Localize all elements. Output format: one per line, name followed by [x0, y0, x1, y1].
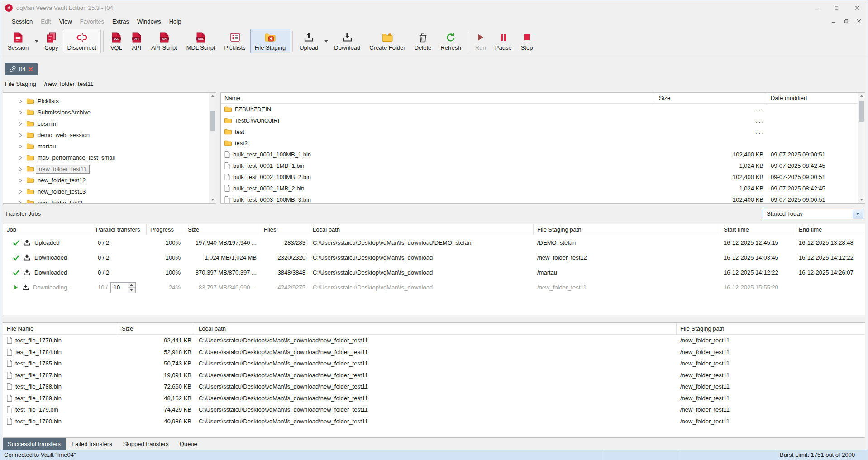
file-row[interactable]: bulk_test_0002_1MB_2.bin1,024 KB09-07-20…: [221, 183, 858, 194]
session-tab-close-icon[interactable]: [29, 67, 33, 71]
create-folder-button[interactable]: Create Folder: [365, 29, 410, 53]
mdi-minimize-button[interactable]: [831, 18, 836, 25]
column-header-size[interactable]: Size: [118, 323, 195, 334]
transfer-file-row[interactable]: test_file_1784.bin52,918 KBC:\Users\ssta…: [3, 346, 865, 358]
tree-item-submissionsarchive[interactable]: SubmissionsArchive: [3, 107, 209, 118]
tree-rename-input[interactable]: new_folder_test11: [36, 165, 90, 174]
file-row[interactable]: bulk_test_0002_100MB_2.bin102,400 KB09-0…: [221, 171, 858, 183]
tree-item-demo-web-session[interactable]: demo_web_session: [3, 129, 209, 141]
window-minimize-button[interactable]: [806, 0, 827, 15]
column-header-progress[interactable]: Progress: [147, 224, 184, 235]
session-tab-04[interactable]: 04: [5, 63, 38, 75]
mdl-script-button[interactable]: MDLMDL Script: [182, 29, 220, 53]
session-button[interactable]: Session: [3, 29, 33, 53]
tree-item-new-folder-test11[interactable]: new_folder_test11: [3, 163, 209, 175]
column-header-name[interactable]: Name: [221, 93, 655, 103]
transfer-file-row[interactable]: test_file_1779.bin92,441 KBC:\Users\ssta…: [3, 335, 865, 346]
menu-view[interactable]: View: [55, 17, 76, 26]
tree-scrollbar[interactable]: [209, 93, 216, 203]
scroll-down-icon[interactable]: [858, 196, 865, 203]
column-header-local-path[interactable]: Local path: [309, 224, 534, 235]
tree-item-picklists[interactable]: Picklists: [3, 95, 209, 107]
tab-queue[interactable]: Queue: [175, 438, 202, 450]
tree-item-new-folder-test13[interactable]: new_folder_test13: [3, 186, 209, 197]
scroll-up-icon[interactable]: [858, 93, 865, 100]
window-restore-button[interactable]: [827, 0, 847, 15]
file-list-scrollbar[interactable]: [858, 93, 865, 203]
transfer-job-row[interactable]: Downloading...10 /1024%83,797 MB/340,990…: [3, 280, 865, 295]
transfer-job-row[interactable]: Downloaded0 / 2100%870,397 MB/870,397 ..…: [3, 265, 865, 280]
tree-item-new-folder-test2[interactable]: new_folder_test2: [3, 197, 209, 203]
transfer-file-row[interactable]: test_file_1785.bin50,743 KBC:\Users\ssta…: [3, 358, 865, 370]
scrollbar-thumb[interactable]: [859, 101, 864, 122]
tab-skipped-transfers[interactable]: Skipped transfers: [118, 438, 174, 450]
column-header-file-staging-path[interactable]: File Staging path: [534, 224, 720, 235]
menu-help[interactable]: Help: [165, 17, 186, 26]
transfer-file-row[interactable]: test_file_1789.bin48,162 KBC:\Users\ssta…: [3, 393, 865, 404]
spinner-increment-icon[interactable]: [128, 283, 135, 288]
file-row[interactable]: bulk_test_0001_1MB_1.bin1,024 KB09-07-20…: [221, 160, 858, 171]
column-header-local-path[interactable]: Local path: [195, 323, 677, 334]
file-row[interactable]: bulk_test_0003_100MB_3.bin102,400 KB09-0…: [221, 194, 858, 203]
transfer-file-row[interactable]: test_file_1787.bin19,091 KBC:\Users\ssta…: [3, 370, 865, 381]
column-header-job[interactable]: Job: [3, 224, 92, 235]
tab-successful-transfers[interactable]: Successful transfers: [3, 438, 66, 450]
spinner-decrement-icon[interactable]: [128, 287, 135, 293]
mdi-restore-button[interactable]: [844, 18, 849, 25]
transfer-file-row[interactable]: test_file_1790.bin40,986 KBC:\Users\ssta…: [3, 416, 865, 427]
upload-dropdown-chevron-icon[interactable]: [323, 29, 329, 53]
transfer-file-row[interactable]: test_file_1788.bin72,660 KBC:\Users\ssta…: [3, 381, 865, 393]
session-dropdown-chevron-icon[interactable]: [33, 29, 40, 53]
file-row[interactable]: test. . .: [221, 126, 858, 138]
scrollbar-thumb[interactable]: [210, 111, 215, 131]
file-row[interactable]: FZBUhZDEIN. . .: [221, 104, 858, 115]
mdi-close-button[interactable]: [857, 18, 861, 25]
vql-button[interactable]: VQLVQL: [106, 29, 127, 53]
picklists-label: Picklists: [224, 45, 246, 51]
menu-session[interactable]: Session: [8, 17, 37, 26]
column-header-size[interactable]: Size: [184, 224, 260, 235]
column-header-file-name[interactable]: File Name: [3, 323, 118, 334]
file-icon: [7, 383, 12, 390]
window-close-button[interactable]: [847, 0, 868, 15]
pause-button[interactable]: Pause: [491, 29, 516, 53]
transfer-job-row[interactable]: Uploaded0 / 2100%197,940 MB/197,940 ...2…: [3, 235, 865, 250]
file-row[interactable]: TestCYvOnOJtRI. . .: [221, 115, 858, 126]
scroll-up-icon[interactable]: [209, 93, 216, 100]
copy-button[interactable]: Copy: [40, 29, 62, 53]
tab-failed-transfers[interactable]: Failed transfers: [67, 438, 117, 450]
column-header-size[interactable]: Size: [655, 93, 767, 103]
tree-item-new-folder-test12[interactable]: new_folder_test12: [3, 175, 209, 186]
picklists-button[interactable]: Picklists: [220, 29, 250, 53]
tree-item-cosmin[interactable]: cosmin: [3, 118, 209, 129]
file-staging-button[interactable]: File Staging: [250, 29, 291, 53]
menu-extras[interactable]: Extras: [108, 17, 133, 26]
chevron-down-icon[interactable]: [853, 209, 863, 219]
column-header-files[interactable]: Files: [260, 224, 309, 235]
transfer-file-row[interactable]: test_file_179.bin74,429 KBC:\Users\sstai…: [3, 404, 865, 416]
folder-icon: [27, 189, 34, 194]
transfer-job-row[interactable]: Downloaded0 / 2100%1,024 MB/1,024 MB2320…: [3, 250, 865, 265]
stop-button[interactable]: Stop: [516, 29, 538, 53]
disconnect-button[interactable]: Disconnect: [63, 29, 101, 53]
file-name-cell: bulk_test_0001_1MB_1.bin: [221, 162, 655, 169]
scroll-down-icon[interactable]: [209, 196, 216, 203]
column-header-end-time[interactable]: End time: [795, 224, 865, 235]
download-button[interactable]: Download: [329, 29, 365, 53]
column-header-parallel-transfers[interactable]: Parallel transfers: [92, 224, 147, 235]
tree-item-martau[interactable]: martau: [3, 141, 209, 152]
parallel-transfers-spinner[interactable]: 10: [110, 282, 136, 293]
api-script-button[interactable]: APIAPI Script: [147, 29, 182, 53]
tree-item-md5-performance-test-small[interactable]: md5_performance_test_small: [3, 152, 209, 163]
api-button[interactable]: APIAPI: [127, 29, 147, 53]
refresh-button[interactable]: Refresh: [436, 29, 466, 53]
upload-button[interactable]: Upload: [295, 29, 323, 53]
file-row[interactable]: bulk_test_0001_100MB_1.bin102,400 KB09-0…: [221, 149, 858, 160]
column-header-start-time[interactable]: Start time: [720, 224, 795, 235]
menu-windows[interactable]: Windows: [133, 17, 165, 26]
delete-button[interactable]: Delete: [410, 29, 436, 53]
column-header-date-modified[interactable]: Date modified: [767, 93, 858, 103]
jobs-filter-dropdown[interactable]: Started Today: [763, 209, 863, 219]
column-header-file-staging-path[interactable]: File Staging path: [677, 323, 865, 334]
file-row[interactable]: test2: [221, 138, 858, 149]
